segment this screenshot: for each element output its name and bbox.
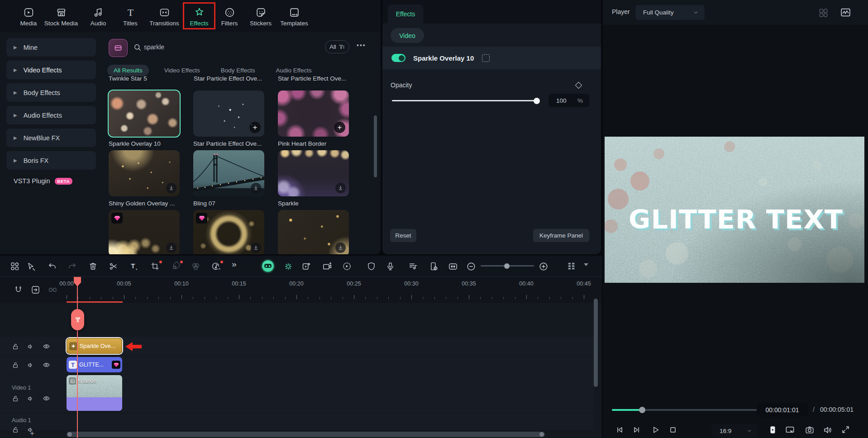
reset-button[interactable]: Reset (390, 229, 416, 242)
lock-icon[interactable] (12, 395, 19, 402)
effect-enable-toggle[interactable] (391, 54, 405, 62)
more-tools-button[interactable]: » (232, 259, 237, 269)
next-frame-button[interactable] (632, 425, 642, 435)
download-icon[interactable] (251, 243, 261, 253)
scrollbar-left-cap[interactable] (67, 432, 72, 437)
effect-thumb-pink-heart-border[interactable]: + (278, 90, 349, 137)
cut-scissors-icon[interactable] (109, 262, 118, 271)
opacity-slider[interactable] (392, 100, 537, 101)
download-icon[interactable] (166, 183, 176, 193)
group-clips-icon[interactable] (48, 285, 57, 295)
effect-thumb-row3-2[interactable] (193, 210, 264, 254)
nav-stock-media[interactable]: Stock Media (42, 4, 81, 30)
opacity-value-box[interactable]: 100 % (548, 94, 589, 107)
tab-all-results[interactable]: All Results (107, 65, 149, 76)
track-manager-caret[interactable] (584, 263, 588, 266)
ai-assistant-button[interactable] (262, 260, 274, 272)
ai-media-chip[interactable] (109, 39, 128, 57)
fullscreen-button[interactable] (841, 425, 850, 434)
mirror-display-button[interactable] (785, 425, 795, 435)
sidebar-item-body-effects[interactable]: ▶Body Effects (6, 83, 96, 102)
stop-button[interactable] (668, 425, 678, 435)
device-settings-icon[interactable] (429, 262, 439, 271)
sidebar-item-newblue-fx[interactable]: ▶NewBlue FX (6, 129, 96, 147)
timeline-vertical-scrollbar[interactable] (594, 299, 598, 387)
redo-icon[interactable] (67, 262, 77, 271)
filter-all-button[interactable]: All (325, 40, 349, 53)
scrollbar-right-cap[interactable] (539, 432, 544, 437)
tab-body-effects[interactable]: Body Effects (221, 67, 255, 74)
previous-frame-button[interactable] (615, 425, 625, 435)
volume-button[interactable] (823, 425, 833, 435)
magnet-snap-icon[interactable] (14, 285, 23, 295)
effect-thumb-sparkle[interactable] (278, 150, 349, 196)
play-button[interactable] (651, 425, 661, 435)
delete-icon[interactable] (88, 262, 98, 271)
mask-selection-icon[interactable] (482, 54, 490, 62)
text-tool-icon[interactable]: T (129, 262, 138, 271)
search-input[interactable]: sparkle (144, 43, 164, 51)
lock-icon[interactable] (12, 362, 19, 369)
seek-handle[interactable] (639, 407, 645, 413)
effect-thumb-star-particle-1[interactable]: + (193, 90, 264, 137)
mask-tool-icon[interactable] (171, 262, 183, 271)
speaker-icon[interactable] (27, 362, 34, 369)
snapshot-camera-button[interactable] (805, 425, 815, 435)
sidebar-item-audio-effects[interactable]: ▶Audio Effects (6, 106, 96, 124)
eye-icon[interactable] (43, 361, 50, 369)
download-icon[interactable] (335, 243, 346, 253)
keyframe-panel-button[interactable]: Keyframe Panel (533, 229, 589, 242)
zoom-out-icon[interactable] (466, 262, 476, 271)
playhead-line[interactable] (77, 277, 78, 438)
seek-bar[interactable] (612, 409, 761, 411)
clip-sparkle-overlay[interactable]: Sparkle Ove... (67, 338, 122, 354)
select-cursor-icon[interactable] (26, 262, 36, 271)
more-options-button[interactable]: ••• (357, 42, 366, 49)
shield-icon[interactable] (367, 262, 376, 271)
video-section-pill[interactable]: Video (391, 28, 424, 43)
eye-icon[interactable] (43, 343, 50, 350)
add-icon[interactable]: + (334, 122, 345, 133)
clip-sparkle-video[interactable]: sparkle (67, 375, 122, 411)
aspect-ratio-dropdown[interactable]: 16:9 (711, 424, 758, 438)
toolbox-icon[interactable] (10, 262, 19, 271)
opacity-value[interactable]: 100 (556, 97, 567, 104)
music-list-icon[interactable] (408, 262, 418, 271)
timeline-horizontal-scrollbar[interactable] (67, 432, 545, 437)
nav-transitions[interactable]: Transitions (145, 4, 184, 30)
clip-glitter-text[interactable]: T GLITTE... (67, 357, 122, 372)
scope-waveform-icon[interactable] (840, 7, 851, 18)
effect-thumb-row3-1[interactable] (109, 210, 180, 254)
clip-width-icon[interactable] (448, 262, 458, 271)
sidebar-item-boris-fx[interactable]: ▶Boris FX (6, 151, 96, 170)
lock-icon[interactable] (12, 426, 19, 433)
quality-dropdown[interactable]: Full Quality (635, 5, 705, 20)
track-manager-icon[interactable] (567, 262, 577, 271)
nav-templates[interactable]: Templates (275, 4, 314, 30)
layout-grid-icon[interactable] (818, 8, 829, 18)
ai-audio-tool-icon[interactable]: AI (211, 262, 224, 271)
grid-scrollbar[interactable] (374, 115, 377, 177)
camera-add-icon[interactable] (322, 262, 332, 271)
smart-cut-icon[interactable] (283, 262, 293, 271)
add-track-button[interactable]: + (30, 429, 34, 438)
tab-audio-effects[interactable]: Audio Effects (276, 67, 311, 74)
effect-thumb-shiny-golden-overlay[interactable] (109, 150, 180, 196)
speaker-icon[interactable] (27, 395, 34, 402)
speaker-icon[interactable] (27, 343, 34, 350)
zoom-slider-handle[interactable] (504, 263, 510, 269)
sidebar-item-mine[interactable]: ▶Mine (6, 38, 96, 57)
color-match-icon[interactable] (191, 262, 200, 271)
link-clips-icon[interactable] (31, 285, 40, 295)
effect-thumb-row3-3[interactable] (278, 210, 349, 254)
quick-cut-button[interactable] (71, 309, 84, 330)
video-preview[interactable]: GLITTER TEXT GLITTER TEXT (605, 137, 864, 283)
keyframe-diamond-icon[interactable] (575, 82, 582, 89)
add-icon[interactable]: + (249, 122, 261, 133)
download-icon[interactable] (251, 183, 261, 193)
eye-icon[interactable] (43, 395, 50, 402)
lock-icon[interactable] (12, 343, 19, 350)
tab-video-effects[interactable]: Video Effects (164, 67, 200, 74)
effect-thumb-sparkle-overlay-10[interactable] (109, 90, 180, 137)
sidebar-item-video-effects[interactable]: ▶Video Effects (6, 61, 96, 79)
